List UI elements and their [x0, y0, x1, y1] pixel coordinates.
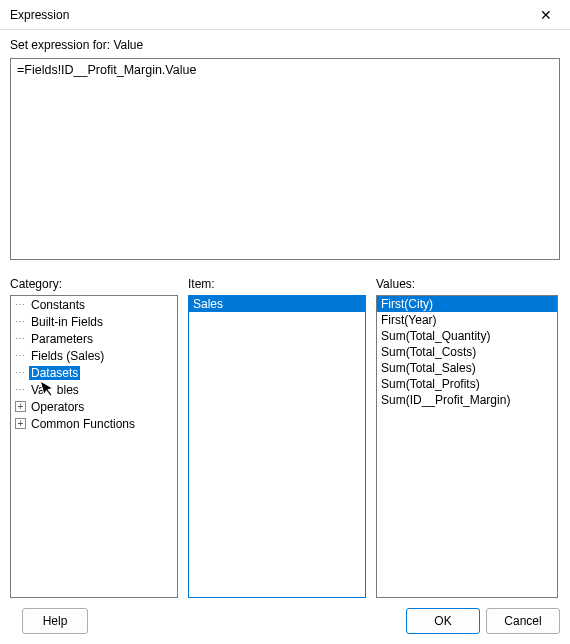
expression-input[interactable]: [10, 58, 560, 260]
cancel-button[interactable]: Cancel: [486, 608, 560, 634]
tree-connector-icon: ⋯: [15, 316, 29, 327]
list-item[interactable]: Sum(Total_Sales): [377, 360, 557, 376]
tree-connector-icon: ⋯: [15, 384, 29, 395]
tree-item-label: Common Functions: [29, 417, 137, 431]
tree-item-label: Constants: [29, 298, 87, 312]
list-item[interactable]: Sum(ID__Profit_Margin): [377, 392, 557, 408]
category-column: Category: ⋯Constants⋯Built-in Fields⋯Par…: [10, 277, 178, 598]
list-item[interactable]: Sum(Total_Profits): [377, 376, 557, 392]
help-button[interactable]: Help: [22, 608, 88, 634]
tree-item-label: Vables: [29, 383, 81, 397]
values-list[interactable]: First(City)First(Year)Sum(Total_Quantity…: [376, 295, 558, 598]
lower-panel: Category: ⋯Constants⋯Built-in Fields⋯Par…: [10, 277, 560, 598]
tree-item-label: Fields (Sales): [29, 349, 106, 363]
footer: Help OK Cancel: [0, 598, 570, 644]
category-tree-item[interactable]: ⋯Parameters: [11, 330, 177, 347]
tree-connector-icon: ⋯: [15, 350, 29, 361]
ok-button[interactable]: OK: [406, 608, 480, 634]
tree-connector-icon: ⋯: [15, 333, 29, 344]
category-tree-item[interactable]: +Operators: [11, 398, 177, 415]
expand-icon[interactable]: +: [15, 401, 26, 412]
title-bar: Expression ✕: [0, 0, 570, 30]
item-list[interactable]: Sales: [188, 295, 366, 598]
tree-item-label: Parameters: [29, 332, 95, 346]
tree-connector-icon: ⋯: [15, 367, 29, 378]
footer-left: Help: [10, 608, 88, 634]
window-title: Expression: [10, 8, 69, 22]
set-expression-label: Set expression for: Value: [10, 38, 560, 52]
list-item[interactable]: Sum(Total_Costs): [377, 344, 557, 360]
category-tree-item[interactable]: ⋯Constants: [11, 296, 177, 313]
tree-connector-icon: ⋯: [15, 299, 29, 310]
category-tree[interactable]: ⋯Constants⋯Built-in Fields⋯Parameters⋯Fi…: [10, 295, 178, 598]
tree-item-label: Built-in Fields: [29, 315, 105, 329]
expand-icon[interactable]: +: [15, 418, 26, 429]
category-label: Category:: [10, 277, 178, 291]
category-tree-item[interactable]: +Common Functions: [11, 415, 177, 432]
list-item[interactable]: First(Year): [377, 312, 557, 328]
list-item[interactable]: Sum(Total_Quantity): [377, 328, 557, 344]
tree-item-label: Operators: [29, 400, 86, 414]
content-area: Set expression for: Value Category: ⋯Con…: [0, 30, 570, 598]
close-icon[interactable]: ✕: [532, 3, 560, 27]
category-tree-item[interactable]: ⋯Datasets: [11, 364, 177, 381]
category-tree-item[interactable]: ⋯Built-in Fields: [11, 313, 177, 330]
category-tree-item[interactable]: ⋯Fields (Sales): [11, 347, 177, 364]
list-item[interactable]: Sales: [189, 296, 365, 312]
category-tree-item[interactable]: ⋯Vables: [11, 381, 177, 398]
list-item[interactable]: First(City): [377, 296, 557, 312]
values-column: Values: First(City)First(Year)Sum(Total_…: [376, 277, 558, 598]
item-column: Item: Sales: [188, 277, 366, 598]
item-label: Item:: [188, 277, 366, 291]
footer-right: OK Cancel: [406, 608, 560, 634]
tree-item-label: Datasets: [29, 366, 80, 380]
values-label: Values:: [376, 277, 558, 291]
